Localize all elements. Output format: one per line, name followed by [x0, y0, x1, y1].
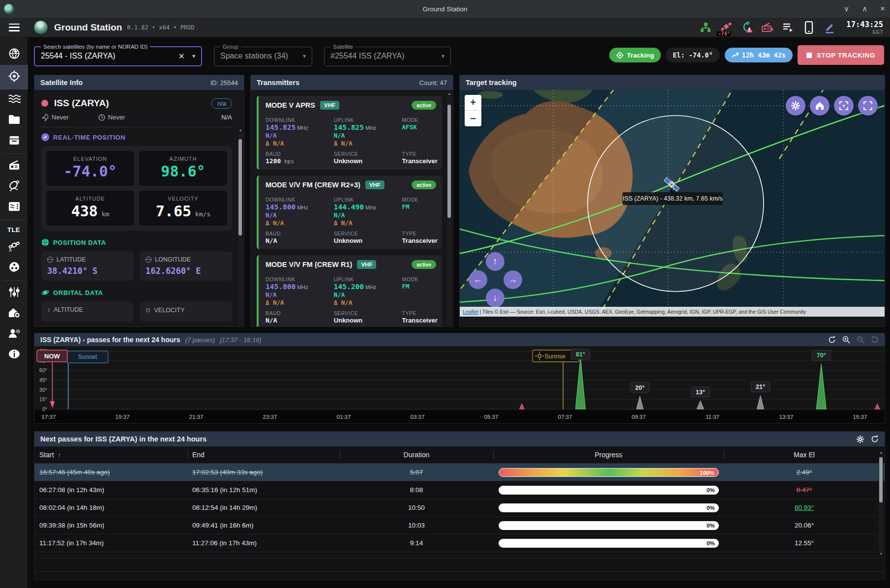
table-row[interactable]: 16:57:46 (45m 40s ago)17:02:53 (40m 33s …: [34, 464, 885, 481]
field-label: SERVICE: [334, 231, 402, 236]
chart-refresh-icon[interactable]: [828, 336, 836, 344]
mobile-device-icon[interactable]: [802, 21, 816, 34]
satellite-label: Satellite: [330, 44, 356, 50]
table-scroll-up-icon[interactable]: ▲: [879, 451, 884, 454]
satellite-search-field[interactable]: Search satellites (by name or NORAD ID) …: [34, 44, 202, 66]
chart-zoom-in-icon[interactable]: [842, 336, 850, 344]
cell-end: 09:49:41 (in 16h 6m): [187, 522, 340, 529]
sidebar-item-tle[interactable]: TLE: [0, 222, 28, 237]
edit-log-icon[interactable]: [823, 21, 836, 34]
table-row[interactable]: 09:39:38 (in 15h 56m)09:49:41 (in 16h 6m…: [34, 517, 885, 534]
cell-start: 08:02:04 (in 14h 18m): [34, 504, 187, 511]
leaflet-link[interactable]: Leaflet: [463, 309, 478, 315]
frequency-value: 145.825 MHz: [266, 123, 334, 131]
search-dropdown-icon[interactable]: ▾: [192, 53, 195, 59]
zoom-in-button[interactable]: +: [465, 95, 481, 111]
column-progress[interactable]: Progress: [493, 446, 724, 463]
sidebar-item-schedule[interactable]: [0, 131, 28, 151]
map-canvas[interactable]: ISS (ZARYA) - 438.32 km, 7.65 km/s + − ↑…: [460, 90, 885, 317]
passes-chart[interactable]: 90°75°60°45°30°15°0°17:3719:3721:3723:37…: [34, 346, 885, 424]
window-minimize-icon[interactable]: ∨: [844, 4, 849, 13]
scroll-up-icon[interactable]: ▲: [238, 128, 243, 132]
map-home-button[interactable]: [810, 96, 830, 116]
sidebar-item-passes[interactable]: [0, 89, 28, 110]
cell-end: 11:27:06 (in 17h 43m): [187, 539, 340, 547]
mode-value: FM: [402, 283, 436, 291]
orbital-label: ↕ALTITUDE: [47, 306, 128, 313]
pan-right-button[interactable]: →: [504, 270, 522, 289]
table-scroll-down-icon[interactable]: ▼: [879, 552, 884, 556]
pan-up-button[interactable]: ↑: [486, 252, 504, 271]
queue-icon[interactable]: [781, 21, 795, 34]
window-close-icon[interactable]: ×: [880, 4, 885, 14]
table-settings-icon[interactable]: [856, 435, 864, 443]
table-row[interactable]: 11:17:52 (in 17h 34m)11:27:06 (in 17h 43…: [34, 534, 885, 552]
column-max-el[interactable]: Max El: [724, 446, 885, 463]
transmitters-scrollbar[interactable]: [447, 98, 451, 325]
group-select[interactable]: Group Space stations (34) ▾: [214, 44, 312, 66]
progress-label: 0%: [707, 521, 715, 530]
table-row[interactable]: 08:02:04 (in 14h 18m)08:12:54 (in 14h 29…: [34, 499, 885, 517]
search-input[interactable]: 25544 - ISS (ZARYA): [41, 52, 115, 60]
field-label: MODE: [402, 117, 436, 123]
sidebar-item-tuning[interactable]: [0, 283, 28, 303]
table-scrollbar[interactable]: [879, 456, 883, 551]
network-status-icon[interactable]: [699, 21, 712, 34]
column-start[interactable]: Start↑: [34, 446, 187, 463]
zoom-out-button[interactable]: −: [465, 111, 481, 126]
svg-text:70°: 70°: [817, 352, 826, 359]
table-refresh-icon[interactable]: [871, 435, 879, 443]
map-focus-target-button[interactable]: [834, 96, 854, 116]
group-dropdown-icon[interactable]: ▾: [303, 53, 306, 59]
svg-text:07:37: 07:37: [558, 414, 572, 420]
sidebar-item-target-tracking[interactable]: [0, 65, 28, 89]
satellite-select[interactable]: Satellite #25544 ISS (ZARYA) ▾: [324, 44, 451, 66]
chart-zoom-out-icon[interactable]: [857, 336, 864, 344]
stat-label: ALTITUDE: [48, 196, 132, 202]
sidebar-item-station[interactable]: [0, 303, 28, 324]
chart-reset-icon[interactable]: [871, 336, 879, 344]
tx-scroll-up-icon[interactable]: ▲: [447, 92, 452, 95]
sidebar-item-media[interactable]: [0, 258, 28, 278]
column-duration[interactable]: Duration: [340, 446, 493, 463]
sidebar-item-transmitters[interactable]: [0, 197, 28, 218]
pan-down-button[interactable]: ↓: [486, 289, 504, 307]
sidebar-item-files[interactable]: [0, 110, 28, 131]
orbital-cards: ↕ALTITUDE⊙VELOCITY: [41, 301, 232, 322]
satellite-dropdown-icon[interactable]: ▾: [442, 53, 445, 59]
sidebar-item-tle-satellites[interactable]: [0, 237, 28, 258]
satellite-elevation-icon[interactable]: -74°: [719, 21, 733, 34]
table-row[interactable]: 06:27:08 (in 12h 43m)06:35:16 (in 12h 51…: [34, 481, 885, 499]
column-end[interactable]: End: [187, 446, 340, 463]
sidebar-item-operators[interactable]: [0, 324, 28, 345]
transmitter-card[interactable]: MODE V/V FM (CREW R1)VHFactiveDOWNLINKUP…: [257, 255, 442, 327]
satellite-value: #25544 ISS (ZARYA): [330, 52, 405, 60]
svg-text:NOW: NOW: [44, 353, 60, 360]
position-value: 38.4210° S: [47, 266, 128, 276]
transmitter-card-icon: [8, 202, 20, 213]
transmitter-card[interactable]: MODE V/V FM (CREW R2+3)VHFactiveDOWNLINK…: [257, 176, 442, 249]
mode-value: FM: [402, 203, 436, 211]
prev-page-icon[interactable]: ‹: [856, 578, 859, 580]
radio-disconnected-icon[interactable]: [761, 21, 774, 34]
position-value: 162.6260° E: [146, 266, 226, 276]
map-fullscreen-button[interactable]: [858, 96, 878, 116]
rows-per-page-value[interactable]: 15: [792, 580, 799, 580]
stop-tracking-button[interactable]: STOP TRACKING: [798, 45, 884, 65]
sidebar-item-world-map[interactable]: [0, 44, 28, 65]
svg-text:09:37: 09:37: [632, 414, 646, 420]
sidebar-item-radio[interactable]: [0, 156, 28, 176]
sidebar-item-antenna[interactable]: [0, 176, 28, 197]
window-maximize-icon[interactable]: ∧: [862, 4, 867, 13]
menu-icon[interactable]: [9, 24, 20, 31]
sidebar-item-about[interactable]: [0, 345, 28, 365]
map-settings-button[interactable]: [786, 96, 805, 116]
rotator-warning-icon[interactable]: [740, 21, 754, 34]
svg-text:15:37: 15:37: [853, 414, 867, 420]
app-name: Ground Station: [54, 22, 122, 33]
pan-left-button[interactable]: ←: [469, 270, 487, 289]
next-page-icon[interactable]: ›: [869, 578, 873, 580]
satellite-info-scrollbar[interactable]: [238, 134, 242, 325]
clear-search-icon[interactable]: ×: [178, 53, 184, 59]
transmitter-card[interactable]: MODE V APRSVHFactiveDOWNLINKUPLINKMODE14…: [257, 96, 442, 170]
